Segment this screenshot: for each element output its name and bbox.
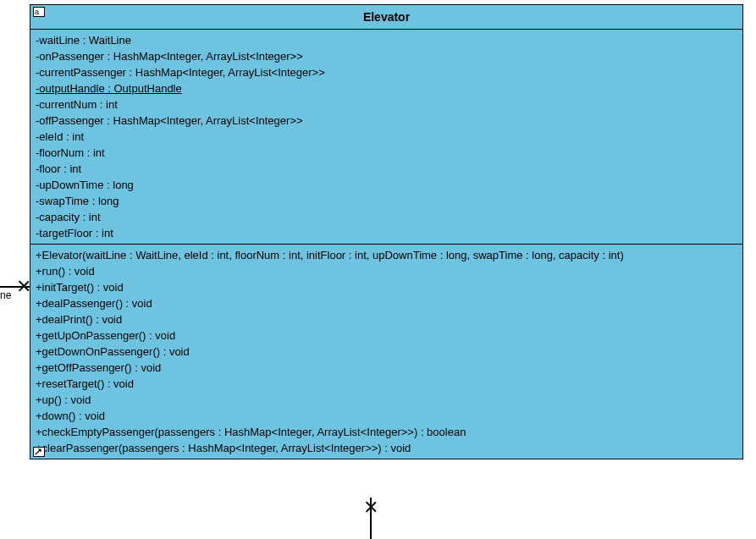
attribute-row: -floorNum : int (36, 145, 737, 161)
uml-class-elevator: a Elevator -waitLine : WaitLine -onPasse… (30, 4, 743, 459)
operation-row: +initTarget() : void (36, 279, 737, 295)
attribute-row: -offPassenger : HashMap<Integer, ArrayLi… (36, 113, 737, 129)
operations-compartment: +Elevator(waitLine : WaitLine, eleId : i… (30, 245, 742, 459)
association-left-label: ne (0, 289, 11, 301)
attribute-row: -waitLine : WaitLine (36, 32, 737, 48)
attribute-row: -floor : int (36, 161, 737, 177)
attribute-row: -currentPassenger : HashMap<Integer, Arr… (36, 64, 737, 80)
attribute-row: -currentNum : int (36, 96, 737, 113)
operation-row: +checkEmptyPassenger(passengers : HashMa… (36, 424, 737, 440)
class-title-compartment: a Elevator (30, 5, 742, 30)
operation-row: +getUpOnPassenger() : void (36, 327, 737, 344)
association-left-cross (17, 279, 30, 293)
association-bottom-cross (364, 500, 378, 514)
attribute-row: -eleId : int (36, 129, 737, 145)
operation-row: +resetTarget() : void (36, 376, 737, 392)
attribute-row: -upDownTime : long (36, 177, 737, 193)
operation-row: +dealPassenger() : void (36, 295, 737, 311)
link-badge-icon: a (33, 7, 45, 17)
operation-row: +up() : void (36, 392, 737, 408)
operation-row: +run() : void (36, 263, 737, 279)
operation-row: +getDownOnPassenger() : void (36, 344, 737, 360)
shortcut-arrow-icon (33, 447, 45, 457)
attributes-compartment: -waitLine : WaitLine -onPassenger : Hash… (30, 30, 742, 245)
attribute-row: -onPassenger : HashMap<Integer, ArrayLis… (36, 48, 737, 64)
operation-row: +down() : void (36, 408, 737, 424)
operation-row: +getOffPassenger() : void (36, 360, 737, 376)
attribute-row: -capacity : int (36, 209, 737, 225)
operation-row: +Elevator(waitLine : WaitLine, eleId : i… (36, 247, 737, 263)
attribute-row: -targetFloor : int (36, 225, 737, 241)
operation-row: +clearPassenger(passengers : HashMap<Int… (36, 440, 737, 456)
attribute-row: -swapTime : long (36, 193, 737, 209)
operation-row: +dealPrint() : void (36, 311, 737, 327)
class-name: Elevator (30, 5, 742, 29)
attribute-row-static: -outputHandle : OutputHandle (36, 80, 737, 96)
